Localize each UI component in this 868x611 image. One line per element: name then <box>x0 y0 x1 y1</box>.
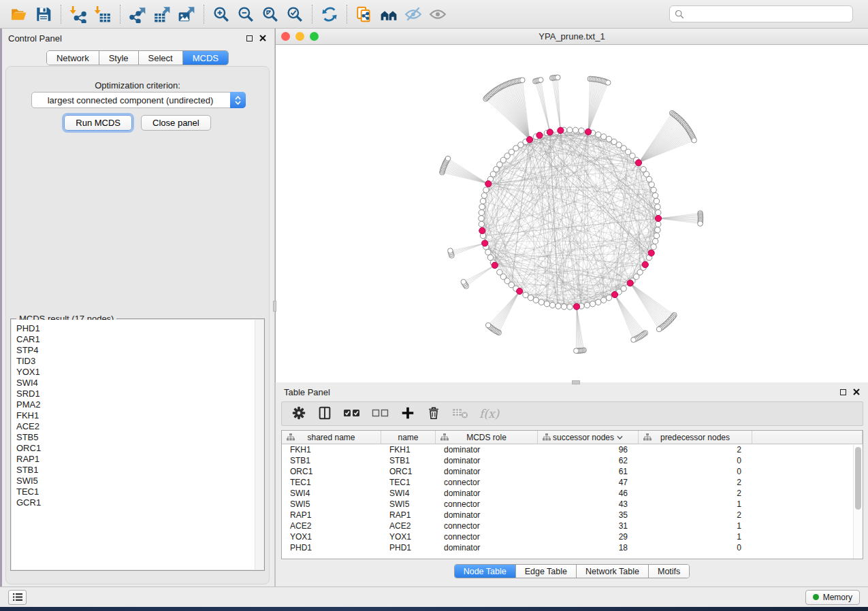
save-session-icon[interactable] <box>31 3 56 25</box>
split-view-icon[interactable] <box>317 406 332 423</box>
graph-node[interactable] <box>655 204 660 210</box>
table-cell[interactable]: connector <box>436 531 538 542</box>
mcds-graph-node[interactable] <box>482 240 488 246</box>
table-scrollbar-thumb[interactable] <box>855 447 861 510</box>
mcds-result-item[interactable]: TEC1 <box>16 486 263 497</box>
mcds-result-item[interactable]: ACE2 <box>16 421 263 432</box>
mcds-graph-node[interactable] <box>479 228 485 234</box>
horizontal-splitter-handle[interactable] <box>572 380 580 384</box>
search-input[interactable] <box>688 10 848 19</box>
graph-node[interactable] <box>656 327 662 332</box>
graph-node[interactable] <box>573 127 578 133</box>
graph-node[interactable] <box>605 80 611 86</box>
mcds-result-item[interactable]: CAR1 <box>16 334 263 345</box>
table-cell[interactable]: ACE2 <box>282 521 381 531</box>
hide-selected-icon[interactable] <box>401 3 425 25</box>
mcds-graph-node[interactable] <box>642 261 648 267</box>
graph-node[interactable] <box>649 182 654 187</box>
column-header-name[interactable]: name <box>381 431 436 444</box>
table-row[interactable]: STB1STB1dominator620 <box>282 455 863 466</box>
table-row[interactable]: TEC1TEC1connector472 <box>282 477 863 488</box>
graph-node[interactable] <box>567 127 573 133</box>
mcds-result-item[interactable]: GCR1 <box>16 497 263 508</box>
table-cell[interactable]: 46 <box>538 488 639 499</box>
table-cell[interactable]: SWI4 <box>381 488 436 499</box>
table-cell[interactable]: dominator <box>436 444 538 455</box>
float-panel-icon[interactable] <box>840 389 846 395</box>
refresh-layout-icon[interactable] <box>317 3 342 25</box>
table-row[interactable]: SWI5SWI5connector431 <box>282 499 863 510</box>
graph-node[interactable] <box>481 193 487 198</box>
mcds-graph-node[interactable] <box>611 291 617 297</box>
table-cell[interactable]: SWI5 <box>282 499 381 510</box>
deselect-all-icon[interactable] <box>372 407 389 421</box>
table-cell[interactable]: ACE2 <box>381 521 436 531</box>
run-mcds-button[interactable]: Run MCDS <box>64 115 132 131</box>
add-row-icon[interactable] <box>400 406 415 423</box>
graph-node[interactable] <box>497 269 502 275</box>
table-tab-edge-table[interactable]: Edge Table <box>516 565 577 578</box>
table-cell[interactable]: TEC1 <box>282 477 381 488</box>
open-session-icon[interactable] <box>7 3 31 25</box>
tab-network[interactable]: Network <box>47 51 99 65</box>
settings-icon[interactable] <box>291 406 306 423</box>
graph-node[interactable] <box>539 299 544 305</box>
graph-node[interactable] <box>480 198 485 203</box>
table-cell[interactable]: 29 <box>538 531 639 542</box>
table-cell[interactable]: 62 <box>538 455 639 466</box>
graph-node[interactable] <box>652 193 658 198</box>
mcds-result-item[interactable]: STB1 <box>16 465 263 476</box>
table-cell[interactable]: STB1 <box>381 455 436 466</box>
table-cell[interactable]: YOX1 <box>282 531 381 542</box>
table-cell[interactable]: PHD1 <box>381 542 436 553</box>
tab-mcds[interactable]: MCDS <box>183 51 228 65</box>
table-cell[interactable]: dominator <box>436 542 538 553</box>
table-cell[interactable]: PHD1 <box>282 542 381 553</box>
table-cell[interactable]: connector <box>436 499 538 510</box>
network-canvas[interactable] <box>276 45 867 382</box>
graph-node[interactable] <box>448 248 453 254</box>
mcds-result-item[interactable]: SRD1 <box>16 389 263 399</box>
export-network-icon[interactable] <box>125 3 150 25</box>
column-header-shared-name[interactable]: shared name <box>282 431 381 444</box>
graph-node[interactable] <box>601 134 607 139</box>
float-panel-icon[interactable] <box>246 35 253 42</box>
mcds-result-item[interactable]: PHD1 <box>16 323 263 334</box>
table-tab-node-table[interactable]: Node Table <box>455 565 516 578</box>
graph-node[interactable] <box>596 132 601 137</box>
mcds-result-item[interactable]: RAP1 <box>16 454 263 465</box>
graph-node[interactable] <box>523 292 528 297</box>
graph-node[interactable] <box>590 301 595 306</box>
table-cell[interactable]: 0 <box>639 542 752 553</box>
table-cell[interactable]: 43 <box>538 499 639 510</box>
graph-node[interactable] <box>584 302 590 308</box>
function-builder-icon[interactable]: f(x) <box>479 407 499 420</box>
mcds-graph-node[interactable] <box>627 280 633 286</box>
criterion-select[interactable]: largest connected component (undirected) <box>31 92 246 108</box>
graph-node[interactable] <box>656 221 661 227</box>
graph-node[interactable] <box>654 233 659 238</box>
table-cell[interactable]: 1 <box>639 521 752 531</box>
graph-node[interactable] <box>601 297 607 303</box>
table-cell[interactable]: connector <box>436 477 538 488</box>
table-tab-network-table[interactable]: Network Table <box>577 565 649 578</box>
mcds-graph-node[interactable] <box>585 129 591 135</box>
column-header-predecessor-nodes[interactable]: predecessor nodes <box>639 431 752 444</box>
import-table-icon[interactable] <box>91 3 115 25</box>
mcds-graph-node[interactable] <box>485 181 492 187</box>
select-all-icon[interactable] <box>343 407 361 421</box>
graph-node[interactable] <box>556 75 561 80</box>
table-cell[interactable]: 1 <box>639 531 752 542</box>
graph-node[interactable] <box>544 301 549 306</box>
graph-node[interactable] <box>445 156 451 161</box>
graph-node[interactable] <box>654 198 659 203</box>
table-cell[interactable]: 61 <box>538 466 639 477</box>
tab-style[interactable]: Style <box>99 51 139 65</box>
close-panel-icon[interactable] <box>853 389 860 395</box>
export-table-icon[interactable] <box>150 3 174 25</box>
mcds-graph-node[interactable] <box>635 160 641 166</box>
table-cell[interactable]: 2 <box>639 488 752 499</box>
column-header-successor-nodes[interactable]: successor nodes <box>538 431 639 444</box>
table-cell[interactable]: dominator <box>436 488 538 499</box>
mcds-graph-node[interactable] <box>517 288 523 294</box>
